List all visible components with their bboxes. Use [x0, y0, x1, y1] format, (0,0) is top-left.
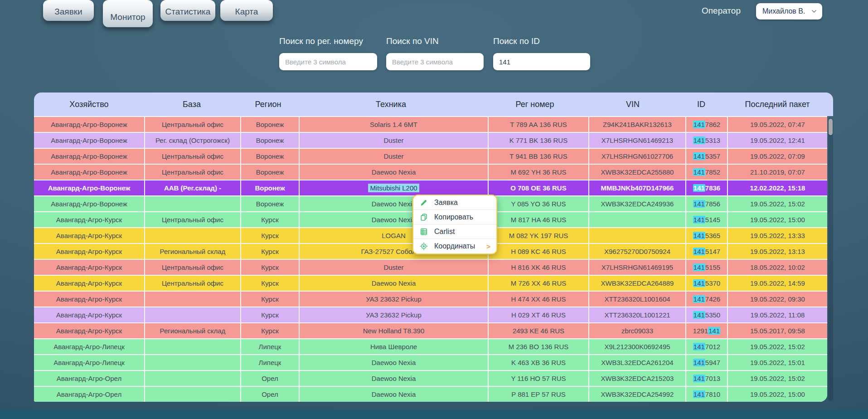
cell-base: Центральный офис: [145, 165, 240, 180]
cell-id: 1417012: [686, 339, 727, 354]
search-id-input[interactable]: [493, 53, 590, 70]
cell-region: Воронеж: [241, 165, 299, 180]
table-scrollbar[interactable]: [828, 118, 833, 401]
search-vin-input[interactable]: [386, 53, 484, 70]
menu-item-zayavka[interactable]: Заявка: [413, 195, 496, 210]
cell-farm: Авангард-Агро-Орел: [34, 371, 144, 386]
cell-base: Рег. склад (Острогожск): [145, 133, 240, 148]
table-row[interactable]: Авангард-Агро-Орел Орел Daewoo Nexia Y 1…: [34, 371, 827, 386]
id-match-highlight: 141: [693, 311, 705, 319]
tab-label: Заявки: [54, 7, 82, 17]
cell-farm: Авангард-Агро-Воронеж: [34, 133, 144, 148]
search-group-vin: Поиск по VIN: [386, 36, 484, 70]
table-row[interactable]: Авангард-Агро-Липецк Липецк Daewoo Nexia…: [34, 355, 827, 370]
id-match-highlight: 141: [693, 343, 705, 351]
tab-monitor[interactable]: Монитор: [103, 0, 153, 27]
bottom-strip: [0, 409, 868, 419]
table-row[interactable]: Авангард-Агро-Курск Курск УАЗ 23632 Pick…: [34, 292, 827, 307]
table-row[interactable]: Авангард-Агро-Курск Региональный склад К…: [34, 323, 827, 338]
col-header-id: ID: [681, 100, 722, 109]
menu-item-label: Копировать: [434, 213, 473, 221]
id-match-highlight: 141: [693, 121, 705, 128]
cell-vin: XTT236320L1001604: [589, 292, 685, 307]
cell-vehicle: Solaris 1.4 6MT: [300, 117, 488, 132]
cell-region: Курск: [241, 323, 299, 338]
cell-plate: M 817 HA 46 RUS: [489, 212, 588, 227]
menu-item-koordinaty[interactable]: Координаты >: [413, 239, 496, 253]
cell-last-packet: 19.05.2022, 15:00: [728, 212, 827, 227]
cell-vin: X7LHSRHGN61469195: [589, 260, 685, 275]
cell-farm: Авангард-Агро-Курск: [34, 276, 144, 291]
cell-vehicle: New Holland T8.390: [300, 323, 488, 338]
cell-region: Воронеж: [241, 196, 299, 211]
table-row[interactable]: Авангард-Агро-Курск Центральный офис Кур…: [34, 260, 827, 275]
operator-selected-value: Михайлов В.: [762, 7, 805, 15]
context-menu: Заявка Копировать Carlist Координаты >: [412, 195, 497, 254]
copy-icon: [419, 213, 428, 222]
cell-base: [145, 292, 240, 307]
tab-label: Карта: [235, 7, 258, 17]
cell-plate: O 708 OE 36 RUS: [489, 180, 588, 195]
table-row[interactable]: Авангард-Агро-Курск Курск УАЗ 23632 Pick…: [34, 307, 827, 322]
col-header-farm: Хозяйство: [34, 100, 144, 109]
id-match-highlight: 141: [693, 136, 705, 144]
cell-id: 1417862: [686, 117, 727, 132]
cell-farm: Авангард-Агро-Курск: [34, 228, 144, 243]
cell-vehicle: Duster: [300, 133, 488, 148]
cell-vin: zbrc09033: [589, 323, 685, 338]
cell-farm: Авангард-Агро-Липецк: [34, 355, 144, 370]
table-row[interactable]: Авангард-Агро-Орел Орел Daewoo Nexia P 8…: [34, 387, 827, 402]
cell-farm: Авангард-Агро-Курск: [34, 307, 144, 322]
cell-id: 1417836: [686, 180, 727, 195]
cell-last-packet: 19.05.2022, 12:41: [728, 133, 827, 148]
table-row[interactable]: Авангард-Агро-Воронеж Центральный офис В…: [34, 149, 827, 164]
cell-plate: Y 116 HO 57 RUS: [489, 371, 588, 386]
cell-region: Орел: [241, 371, 299, 386]
cell-id: 1415350: [686, 307, 727, 322]
cell-vin: XWB3L32EDCA261204: [589, 355, 685, 370]
menu-item-carlist[interactable]: Carlist: [413, 224, 496, 239]
cell-base: ААВ (Рег.склад) -: [145, 180, 240, 195]
cell-vehicle: Daewoo Nexia: [300, 371, 488, 386]
id-match-highlight: 141: [693, 295, 705, 303]
cell-last-packet: 18.05.2022, 10:02: [728, 260, 827, 275]
cell-last-packet: 12.02.2022, 15:18: [728, 180, 827, 195]
operator-select[interactable]: Михайлов В.: [756, 3, 822, 19]
tab-karta[interactable]: Карта: [220, 0, 273, 21]
cell-id: 1417013: [686, 371, 727, 386]
col-header-vehicle: Техника: [297, 100, 485, 109]
id-match-highlight: 141: [693, 375, 705, 382]
cell-last-packet: 19.05.2022, 15:00: [728, 387, 827, 402]
cell-base: [145, 387, 240, 402]
table-row[interactable]: Авангард-Агро-Воронеж Центральный офис В…: [34, 165, 827, 180]
cell-base: Центральный офис: [145, 276, 240, 291]
cell-vehicle: Duster: [300, 149, 488, 164]
cell-id: 1291141: [686, 323, 727, 338]
cell-id: 1417856: [686, 196, 727, 211]
tab-label: Монитор: [110, 12, 145, 22]
cell-id: 1415145: [686, 212, 727, 227]
cell-last-packet: 21.10.2019, 07:07: [728, 165, 827, 180]
table-row[interactable]: Авангард-Агро-Воронеж Центральный офис В…: [34, 117, 827, 132]
cell-farm: Авангард-Агро-Курск: [34, 292, 144, 307]
cell-vehicle: Daewoo Nexia: [300, 355, 488, 370]
cell-id: 1415147: [686, 244, 727, 259]
table-row[interactable]: Авангард-Агро-Воронеж ААВ (Рег.склад) - …: [34, 180, 827, 195]
table-row[interactable]: Авангард-Агро-Курск Центральный офис Кур…: [34, 276, 827, 291]
operator-label: Оператор: [702, 6, 741, 16]
table-row[interactable]: Авангард-Агро-Воронеж Рег. склад (Острог…: [34, 133, 827, 148]
tab-zayavki[interactable]: Заявки: [43, 0, 94, 21]
scrollbar-thumb[interactable]: [829, 119, 833, 135]
search-plate-input[interactable]: [279, 53, 377, 70]
cell-base: [145, 307, 240, 322]
cell-vehicle: Нива Шевроле: [300, 339, 488, 354]
cell-region: Курск: [241, 260, 299, 275]
cell-last-packet: 19.05.2022, 15:01: [728, 355, 827, 370]
submenu-arrow-icon: >: [486, 243, 490, 250]
cell-last-packet: 19.05.2022, 13:33: [728, 228, 827, 243]
tab-statistika[interactable]: Статистика: [160, 0, 215, 21]
table-row[interactable]: Авангард-Агро-Липецк Липецк Нива Шевроле…: [34, 339, 827, 354]
cell-last-packet: 19.05.2022, 11:08: [728, 307, 827, 322]
menu-item-kopirovat[interactable]: Копировать: [413, 210, 496, 224]
selected-text: Mitsubishi L200: [368, 184, 419, 192]
